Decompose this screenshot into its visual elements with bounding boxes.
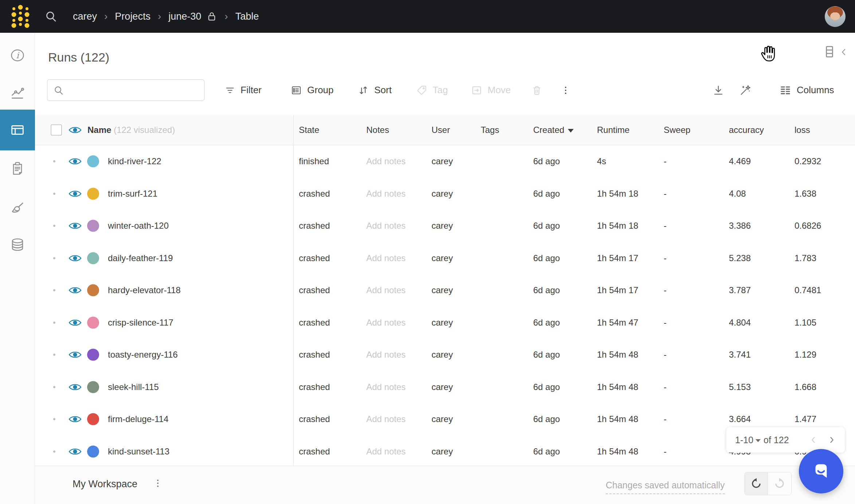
table-row[interactable]: sleek-hill-115 crashed Add notes carey 6… bbox=[35, 371, 855, 403]
columns-button[interactable]: Columns bbox=[779, 79, 834, 101]
visibility-eye-icon[interactable] bbox=[69, 447, 82, 456]
visibility-eye-icon[interactable] bbox=[69, 125, 82, 135]
column-header-notes[interactable]: Notes bbox=[366, 125, 389, 135]
workspace-selector[interactable]: My Workspace bbox=[73, 479, 137, 490]
run-notes-placeholder[interactable]: Add notes bbox=[366, 382, 406, 392]
run-color-dot[interactable] bbox=[87, 252, 99, 264]
breadcrumb-project[interactable]: june-30 bbox=[168, 11, 201, 22]
run-name[interactable]: winter-oath-120 bbox=[108, 221, 169, 231]
move-button[interactable]: Move bbox=[471, 79, 511, 101]
run-user[interactable]: carey bbox=[432, 221, 453, 231]
run-notes-placeholder[interactable]: Add notes bbox=[366, 446, 406, 457]
run-color-dot[interactable] bbox=[87, 188, 99, 200]
user-avatar[interactable] bbox=[825, 6, 846, 27]
visibility-eye-icon[interactable] bbox=[69, 382, 82, 392]
run-name[interactable]: hardy-elevator-118 bbox=[108, 285, 181, 295]
table-row[interactable]: crisp-silence-117 crashed Add notes care… bbox=[35, 307, 855, 339]
sidebar-item-artifacts[interactable] bbox=[0, 227, 35, 262]
run-notes-placeholder[interactable]: Add notes bbox=[366, 285, 406, 295]
page-size-caret-icon[interactable] bbox=[756, 439, 761, 442]
run-notes-placeholder[interactable]: Add notes bbox=[366, 253, 406, 263]
export-button[interactable] bbox=[712, 79, 725, 101]
run-name[interactable]: trim-surf-121 bbox=[108, 189, 157, 199]
run-user[interactable]: carey bbox=[432, 350, 453, 360]
drag-handle[interactable] bbox=[53, 418, 55, 420]
filter-button[interactable]: Filter bbox=[225, 79, 262, 101]
column-header-name[interactable]: Name (122 visualized) bbox=[87, 125, 175, 135]
select-all-checkbox[interactable] bbox=[51, 125, 62, 136]
run-notes-placeholder[interactable]: Add notes bbox=[366, 221, 406, 231]
sort-button[interactable]: Sort bbox=[358, 79, 392, 101]
panel-layout-icon[interactable] bbox=[822, 44, 837, 59]
run-color-dot[interactable] bbox=[87, 284, 99, 296]
sidebar-item-table[interactable] bbox=[0, 110, 35, 150]
run-notes-placeholder[interactable]: Add notes bbox=[366, 350, 406, 360]
run-user[interactable]: carey bbox=[432, 189, 453, 199]
column-header-tags[interactable]: Tags bbox=[481, 125, 499, 135]
visibility-eye-icon[interactable] bbox=[69, 189, 82, 198]
next-page-icon[interactable] bbox=[827, 436, 836, 444]
drag-handle[interactable] bbox=[53, 322, 55, 324]
sidebar-item-overview[interactable]: i bbox=[0, 38, 35, 73]
drag-handle[interactable] bbox=[53, 193, 55, 195]
run-color-dot[interactable] bbox=[87, 155, 99, 168]
run-color-dot[interactable] bbox=[87, 349, 99, 361]
column-header-accuracy[interactable]: accuracy bbox=[729, 125, 764, 135]
sidebar-item-charts[interactable] bbox=[0, 75, 35, 110]
group-button[interactable]: Group bbox=[290, 79, 333, 101]
run-notes-placeholder[interactable]: Add notes bbox=[366, 414, 406, 424]
column-header-loss[interactable]: loss bbox=[795, 125, 810, 135]
breadcrumb-user[interactable]: carey bbox=[73, 11, 97, 22]
run-name[interactable]: kind-river-122 bbox=[108, 156, 161, 166]
column-header-state[interactable]: State bbox=[299, 125, 319, 135]
table-row[interactable]: daily-feather-119 crashed Add notes care… bbox=[35, 242, 855, 275]
drag-handle[interactable] bbox=[53, 386, 55, 388]
column-header-created[interactable]: Created bbox=[533, 125, 574, 135]
run-color-dot[interactable] bbox=[87, 316, 99, 328]
breadcrumb-projects[interactable]: Projects bbox=[115, 11, 151, 22]
run-name[interactable]: daily-feather-119 bbox=[108, 253, 173, 263]
wandb-logo-icon[interactable] bbox=[6, 2, 34, 31]
delete-button[interactable] bbox=[531, 79, 543, 101]
visibility-eye-icon[interactable] bbox=[69, 414, 82, 424]
run-name[interactable]: crisp-silence-117 bbox=[108, 318, 173, 328]
drag-handle[interactable] bbox=[53, 289, 55, 291]
table-row[interactable]: hardy-elevator-118 crashed Add notes car… bbox=[35, 274, 855, 307]
run-name[interactable]: sleek-hill-115 bbox=[108, 382, 159, 392]
run-color-dot[interactable] bbox=[87, 381, 99, 393]
run-user[interactable]: carey bbox=[432, 446, 453, 457]
table-row[interactable]: kind-river-122 finished Add notes carey … bbox=[35, 145, 855, 178]
magic-wand-button[interactable] bbox=[739, 79, 752, 101]
run-name[interactable]: firm-deluge-114 bbox=[108, 414, 168, 424]
drag-handle[interactable] bbox=[53, 354, 55, 356]
undo-button[interactable] bbox=[745, 472, 768, 495]
column-header-runtime[interactable]: Runtime bbox=[597, 125, 629, 135]
run-color-dot[interactable] bbox=[87, 220, 99, 232]
run-color-dot[interactable] bbox=[87, 445, 99, 457]
run-color-dot[interactable] bbox=[87, 413, 99, 425]
search-input[interactable] bbox=[69, 85, 200, 95]
visibility-eye-icon[interactable] bbox=[69, 221, 82, 231]
drag-handle[interactable] bbox=[53, 450, 55, 453]
visibility-eye-icon[interactable] bbox=[69, 157, 82, 166]
table-row[interactable]: winter-oath-120 crashed Add notes carey … bbox=[35, 210, 855, 242]
run-user[interactable]: carey bbox=[432, 382, 453, 392]
run-name[interactable]: kind-sunset-113 bbox=[108, 446, 169, 457]
navbar-search-icon[interactable] bbox=[44, 10, 58, 23]
table-row[interactable]: trim-surf-121 crashed Add notes carey 6d… bbox=[35, 178, 855, 210]
run-user[interactable]: carey bbox=[432, 156, 453, 166]
prev-page-icon[interactable] bbox=[809, 436, 818, 444]
drag-handle[interactable] bbox=[53, 257, 55, 259]
drag-handle[interactable] bbox=[53, 225, 55, 227]
visibility-eye-icon[interactable] bbox=[69, 318, 82, 327]
column-header-sweep[interactable]: Sweep bbox=[664, 125, 690, 135]
sidebar-item-sweeps[interactable] bbox=[0, 191, 35, 226]
run-user[interactable]: carey bbox=[432, 285, 453, 295]
chat-widget-button[interactable] bbox=[799, 449, 843, 493]
visibility-eye-icon[interactable] bbox=[69, 286, 82, 295]
drag-handle[interactable] bbox=[53, 160, 55, 162]
runs-search[interactable] bbox=[47, 79, 204, 101]
run-user[interactable]: carey bbox=[432, 253, 453, 263]
visibility-eye-icon[interactable] bbox=[69, 253, 82, 263]
tag-button[interactable]: Tag bbox=[416, 79, 448, 101]
